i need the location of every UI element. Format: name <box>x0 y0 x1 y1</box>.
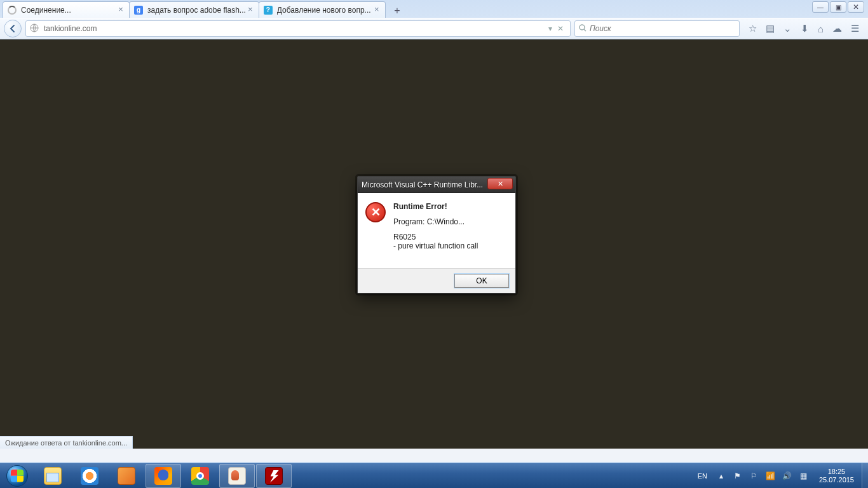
toolbar-icons: ☆ ▤ ⌄ ⬇ ⌂ ☁ ☰ <box>743 23 864 34</box>
tab-title: Добавление нового вопр... <box>277 6 372 15</box>
tab-title: задать вопрос adobe flash... <box>147 6 246 15</box>
tab-close-icon[interactable]: × <box>116 6 125 15</box>
tab-title: Соединение... <box>21 6 116 15</box>
taskbar: EN ▴ ⚑ ⚐ 📶 🔊 ▦ 18:25 25.07.2015 <box>0 463 868 488</box>
clock[interactable]: 18:25 25.07.2015 <box>815 468 858 484</box>
taskbar-flash[interactable] <box>256 464 292 488</box>
tiles-icon[interactable]: ▦ <box>799 471 809 481</box>
dialog-code: R6025 <box>393 233 416 241</box>
chrome-icon <box>191 467 209 485</box>
flash-icon <box>265 467 283 485</box>
menu-icon[interactable]: ☰ <box>851 23 859 34</box>
search-input[interactable] <box>590 24 735 33</box>
volume-icon[interactable]: 🔊 <box>782 471 792 481</box>
date-text: 25.07.2015 <box>819 476 854 484</box>
ok-button[interactable]: OK <box>454 274 509 288</box>
url-text: tankionline.com <box>44 24 546 33</box>
back-button[interactable] <box>4 20 22 37</box>
windows-orb-icon <box>6 465 28 487</box>
search-box[interactable] <box>574 20 740 37</box>
dialog-program: Program: C:\Windo... <box>393 217 478 226</box>
taskbar-paint[interactable] <box>219 464 255 488</box>
bookmark-star-icon[interactable]: ☆ <box>749 23 757 34</box>
start-button[interactable] <box>0 463 34 489</box>
tab-1[interactable]: Соединение... × <box>3 1 130 18</box>
tab-close-icon[interactable]: × <box>246 6 255 15</box>
svg-point-1 <box>580 25 585 30</box>
nav-toolbar: tankionline.com ▾ ✕ ☆ ▤ ⌄ ⬇ ⌂ ☁ ☰ <box>0 18 868 39</box>
arrow-left-icon <box>8 24 17 33</box>
google-icon: g <box>133 5 144 15</box>
globe-icon <box>30 24 40 34</box>
dialog-close-button[interactable]: ✕ <box>487 178 513 189</box>
network-icon[interactable]: 📶 <box>766 471 776 481</box>
paint-icon <box>228 467 246 485</box>
taskbar-firefox[interactable] <box>146 464 181 488</box>
taskbar-mediaplayer[interactable] <box>72 464 107 488</box>
tray-chevron-icon[interactable]: ▴ <box>716 471 726 481</box>
minimize-button[interactable]: — <box>812 1 829 13</box>
flag-icon[interactable]: ⚑ <box>733 471 743 481</box>
pictures-icon <box>118 467 135 485</box>
home-icon[interactable]: ⌂ <box>818 24 824 34</box>
tab-3[interactable]: Добавление нового вопр... × <box>259 1 386 18</box>
maximize-button[interactable]: ▣ <box>830 1 846 13</box>
tab-close-icon[interactable]: × <box>372 6 381 15</box>
taskbar-pictures[interactable] <box>109 464 144 488</box>
question-icon <box>263 5 273 15</box>
search-icon <box>579 24 587 34</box>
system-tray: EN ▴ ⚑ ⚐ 📶 🔊 ▦ 18:25 25.07.2015 <box>691 468 862 484</box>
tab-strip: Соединение... × g задать вопрос adobe fl… <box>0 0 868 18</box>
chat-icon[interactable]: ☁ <box>832 23 842 34</box>
show-desktop-button[interactable] <box>862 463 868 489</box>
spinner-icon <box>7 5 17 15</box>
language-indicator[interactable]: EN <box>695 471 710 481</box>
taskbar-chrome[interactable] <box>182 464 218 488</box>
dialog-detail: - pure virtual function call <box>393 241 478 250</box>
error-dialog: Microsoft Visual C++ Runtime Libr... ✕ ✕… <box>357 176 516 294</box>
reading-list-icon[interactable]: ▤ <box>766 23 775 34</box>
stop-icon[interactable]: ✕ <box>555 24 566 33</box>
status-text: Ожидание ответа от tankionline.com... <box>5 439 127 447</box>
tab-2[interactable]: g задать вопрос adobe flash... × <box>129 1 259 18</box>
new-tab-button[interactable]: + <box>389 4 405 18</box>
close-window-button[interactable]: ✕ <box>848 1 864 13</box>
time-text: 18:25 <box>819 468 854 476</box>
downloads-icon[interactable]: ⬇ <box>801 23 809 34</box>
svg-line-2 <box>584 29 586 31</box>
dialog-titlebar[interactable]: Microsoft Visual C++ Runtime Libr... ✕ <box>358 177 515 193</box>
dialog-text: Runtime Error! Program: C:\Windo... R602… <box>393 202 478 257</box>
security-icon[interactable]: ⚐ <box>749 471 759 481</box>
address-bar[interactable]: tankionline.com ▾ ✕ <box>25 20 571 37</box>
dialog-heading: Runtime Error! <box>393 202 478 211</box>
error-icon: ✕ <box>365 202 386 222</box>
dialog-body: ✕ Runtime Error! Program: C:\Windo... R6… <box>358 193 515 268</box>
mediaplayer-icon <box>81 467 98 485</box>
taskbar-explorer[interactable] <box>35 464 71 488</box>
dialog-actions: OK <box>358 268 515 293</box>
status-bar: Ожидание ответа от tankionline.com... <box>0 436 133 449</box>
explorer-icon <box>44 467 62 485</box>
chevron-down-icon[interactable]: ▾ <box>546 24 555 33</box>
firefox-icon <box>154 467 172 485</box>
window-controls: — ▣ ✕ <box>812 1 864 13</box>
pocket-icon[interactable]: ⌄ <box>783 23 792 34</box>
